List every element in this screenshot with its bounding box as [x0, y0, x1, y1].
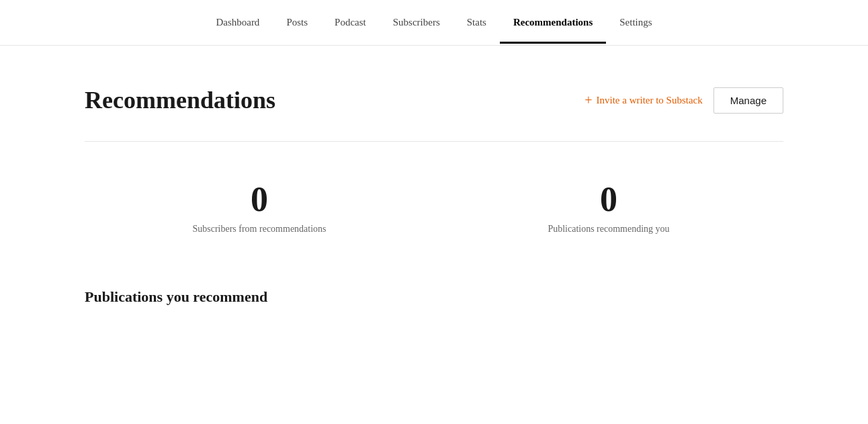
nav-item-settings[interactable]: Settings: [606, 2, 665, 43]
top-navigation: Dashboard Posts Podcast Subscribers Stat…: [0, 0, 868, 46]
nav-item-stats[interactable]: Stats: [453, 2, 500, 43]
header-actions: + Invite a writer to Substack Manage: [584, 87, 783, 114]
invite-writer-link[interactable]: + Invite a writer to Substack: [584, 93, 703, 107]
subscribers-recommendations-count: 0: [251, 182, 268, 217]
header-row: Recommendations + Invite a writer to Sub…: [85, 86, 783, 114]
stat-publications-recommending: 0 Publications recommending you: [434, 182, 783, 235]
main-content: Recommendations + Invite a writer to Sub…: [31, 46, 837, 333]
nav-item-subscribers[interactable]: Subscribers: [380, 2, 453, 43]
publications-section-title: Publications you recommend: [85, 288, 783, 306]
nav-item-podcast[interactable]: Podcast: [321, 2, 380, 43]
subscribers-recommendations-label: Subscribers from recommendations: [192, 224, 326, 235]
stats-row: 0 Subscribers from recommendations 0 Pub…: [85, 182, 783, 235]
manage-button[interactable]: Manage: [713, 87, 783, 114]
stat-subscribers-from-recommendations: 0 Subscribers from recommendations: [85, 182, 434, 235]
invite-writer-label: Invite a writer to Substack: [596, 95, 702, 106]
publications-section: Publications you recommend: [85, 288, 783, 306]
section-divider: [85, 141, 783, 142]
nav-item-dashboard[interactable]: Dashboard: [202, 2, 273, 43]
nav-item-posts[interactable]: Posts: [273, 2, 321, 43]
publications-recommending-count: 0: [600, 182, 617, 217]
publications-recommending-label: Publications recommending you: [548, 224, 669, 235]
page-title: Recommendations: [85, 86, 275, 114]
plus-icon: +: [584, 93, 592, 107]
nav-item-recommendations[interactable]: Recommendations: [500, 2, 606, 43]
